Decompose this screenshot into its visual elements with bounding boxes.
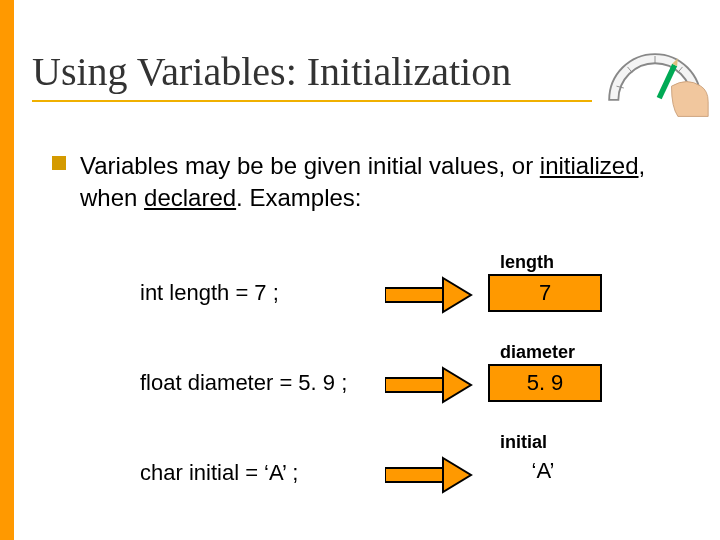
text-initialized: initialized xyxy=(540,152,639,179)
text-declared: declared xyxy=(144,184,236,211)
code-diameter: float diameter = 5. 9 ; xyxy=(140,370,347,396)
arrow-icon xyxy=(385,456,473,494)
arrow-icon xyxy=(385,276,473,314)
var-box-length: 7 xyxy=(488,274,602,312)
var-label-diameter: diameter xyxy=(500,342,610,363)
svg-marker-8 xyxy=(443,278,471,312)
code-initial: char initial = ‘A’ ; xyxy=(140,460,298,486)
body-text: Variables may be be given initial values… xyxy=(80,150,672,215)
svg-rect-9 xyxy=(385,378,443,392)
svg-marker-10 xyxy=(443,368,471,402)
svg-marker-12 xyxy=(443,458,471,492)
bullet-paragraph: Variables may be be given initial values… xyxy=(52,150,672,215)
example-row-diameter: float diameter = 5. 9 ; diameter 5. 9 xyxy=(0,340,720,420)
arrow-icon xyxy=(385,366,473,404)
svg-rect-7 xyxy=(385,288,443,302)
var-value-length: 7 xyxy=(539,280,551,306)
text-pre: Variables may be be given initial values… xyxy=(80,152,540,179)
code-length: int length = 7 ; xyxy=(140,280,279,306)
var-value-initial: ‘A’ xyxy=(532,458,555,484)
title-underline xyxy=(32,100,592,102)
var-box-initial: ‘A’ xyxy=(488,454,598,488)
var-label-length: length xyxy=(500,252,610,273)
slide-title: Using Variables: Initialization xyxy=(32,48,511,95)
svg-rect-11 xyxy=(385,468,443,482)
var-value-diameter: 5. 9 xyxy=(527,370,564,396)
var-box-diameter: 5. 9 xyxy=(488,364,602,402)
text-post: . Examples: xyxy=(236,184,361,211)
protractor-image xyxy=(600,34,710,120)
slide: Using Variables: Initialization Variable… xyxy=(0,0,720,540)
var-label-initial: initial xyxy=(500,432,610,453)
example-row-length: int length = 7 ; length 7 xyxy=(0,250,720,330)
bullet-icon xyxy=(52,156,66,170)
example-row-initial: char initial = ‘A’ ; initial ‘A’ xyxy=(0,430,720,510)
